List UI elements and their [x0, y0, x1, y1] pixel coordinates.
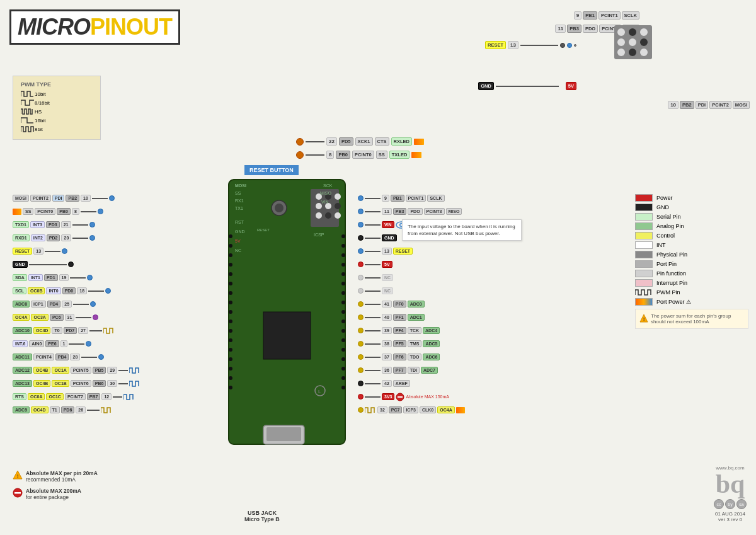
- svg-point-37: [341, 272, 345, 276]
- icsp-dot-8: [629, 49, 636, 56]
- l-pd1: PD1: [44, 274, 58, 281]
- l-line-28: [81, 357, 97, 358]
- by-icon: by: [725, 499, 735, 509]
- r-tck: TCK: [408, 327, 421, 334]
- l-line-12: [113, 396, 122, 398]
- left-pin-10: MOSI PCINT2 PDI PB2 10: [13, 192, 140, 204]
- svg-point-32: [229, 386, 232, 389]
- svg-point-12: [335, 203, 341, 209]
- top-gnd-5v: GND 5V: [478, 82, 576, 90]
- r-dot-36: [358, 367, 364, 373]
- l-adc12: ADC12: [13, 367, 32, 374]
- l-adc8: ADC8: [13, 301, 30, 308]
- r-line-5v: [365, 264, 381, 265]
- top-reset-dot2: [567, 43, 572, 48]
- l-line-26: [87, 410, 100, 411]
- r-line-nc1: [365, 277, 381, 279]
- right-pin-nc1: NC: [358, 272, 465, 284]
- r-pb1: PB1: [391, 195, 404, 202]
- l-reset: RESET: [13, 248, 32, 255]
- tr-num-9: 9: [574, 11, 581, 20]
- right-pin-9: 9 PB1 PCINT1 SCLK: [358, 192, 465, 204]
- line-22: [306, 141, 324, 142]
- left-pin-25: ADC8 ICP1 PD4 25: [13, 298, 140, 310]
- ss: SS: [376, 151, 387, 159]
- l-pcint2: PCINT2: [30, 195, 51, 202]
- l-num-10: 10: [81, 195, 91, 202]
- l-line-19: [70, 277, 86, 279]
- l-mosi: MOSI: [13, 195, 29, 202]
- l-pdi: PDI: [52, 195, 65, 202]
- r-line-39: [365, 330, 381, 331]
- svg-point-21: [229, 282, 232, 285]
- r-line-9: [365, 198, 381, 199]
- svg-text:MISO: MISO: [320, 191, 331, 195]
- tr-pdi: PDI: [696, 101, 709, 109]
- svg-point-36: [341, 263, 345, 267]
- r-dot-42: [358, 381, 364, 386]
- svg-text:SCK: SCK: [323, 183, 333, 188]
- warning-2-row: Absolute MAX 200mAfor entire package: [13, 488, 98, 500]
- svg-point-23: [229, 301, 232, 304]
- r-num-39: 39: [382, 327, 392, 334]
- right-pin-32: 32 PC7 ICP3 CLK0 OC4A: [358, 404, 465, 416]
- l-num-25: 25: [62, 301, 72, 308]
- top-right-pin-10: 10 PB2 PDI PCINT2 MOSI: [668, 101, 750, 109]
- left-pin-30: ADC13 OC4B OC1B PCINT6 PB6 30: [13, 377, 140, 389]
- legend-port-power-label: Port Power ⚠: [656, 299, 691, 305]
- no-entry-icon: [396, 393, 404, 401]
- l-oc4d: OC4D: [33, 327, 50, 334]
- l-adc9: ADC9: [13, 406, 30, 413]
- top-5v-label: 5V: [566, 82, 576, 90]
- legend-pwm: PWM Pin: [635, 289, 748, 296]
- svg-text:5V: 5V: [235, 239, 241, 243]
- svg-text:GND: GND: [235, 229, 245, 234]
- l-sda: SDA: [13, 274, 27, 281]
- pwm-item-hs: HS: [21, 108, 93, 115]
- top-gnd-line: [496, 86, 559, 87]
- l-pcint7: PCINT7: [65, 393, 86, 400]
- svg-point-18: [229, 253, 232, 257]
- svg-text:MOSI: MOSI: [235, 183, 246, 188]
- pwm-item-8bit: 8bit: [21, 125, 93, 133]
- l-pcint5: PCINT5: [71, 367, 91, 374]
- r-pcint3: PCINT3: [424, 208, 445, 215]
- r-clk0: CLK0: [420, 406, 436, 413]
- svg-text:NC: NC: [235, 248, 241, 253]
- l-pb6: PB6: [93, 380, 106, 387]
- top-reset-small-dot: [574, 44, 576, 47]
- l-oc1a: OC1A: [52, 367, 69, 374]
- l-int0: INT0: [46, 287, 60, 294]
- svg-point-26: [229, 329, 232, 333]
- l-pb7: PB7: [87, 393, 101, 400]
- l-num-30: 30: [107, 380, 117, 387]
- pb0: PB0: [336, 151, 350, 159]
- l-pb5: PB5: [93, 367, 106, 374]
- l-num-1: 1: [60, 340, 68, 347]
- legend-control-label: Control: [656, 233, 675, 239]
- l-wave-29: [129, 367, 140, 374]
- legend-int-label: INT: [656, 242, 666, 248]
- tr-mosi: MOSI: [733, 101, 750, 109]
- l-num-13: 13: [33, 248, 43, 255]
- l-wave-27: [103, 327, 115, 335]
- icsp-dot-5: [629, 38, 636, 46]
- r-icp3: ICP3: [403, 406, 418, 413]
- icsp-dot-9: [640, 49, 648, 56]
- r-line-vin: [365, 224, 381, 226]
- legend-analog: Analog Pin: [635, 222, 748, 230]
- l-rts: RTS: [13, 393, 26, 400]
- l-int1: INT1: [28, 274, 43, 281]
- r-pb3: PB3: [393, 208, 407, 215]
- r-led-32: [456, 407, 465, 413]
- l-oc4d-26: OC4D: [31, 406, 48, 413]
- r-oc4a-32: OC4A: [437, 406, 454, 413]
- l-pd7: PD7: [64, 327, 77, 334]
- left-pin-26: ADC9 OC4D T1 PD6 26: [13, 404, 140, 416]
- l-oc4a: OC4A: [13, 314, 30, 321]
- l-led-8: [13, 209, 21, 215]
- r-dot-3v3: [358, 394, 364, 400]
- icsp-dot-2: [629, 28, 636, 36]
- svg-point-40: [341, 301, 345, 304]
- r-line-37: [365, 357, 381, 358]
